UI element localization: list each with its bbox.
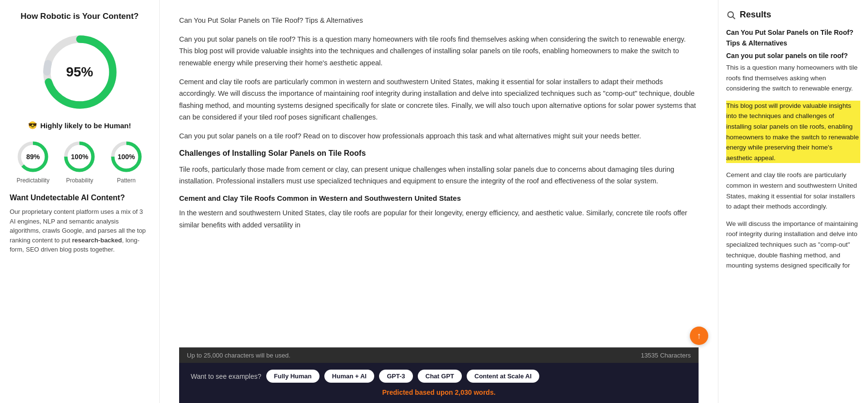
pill-chat-gpt[interactable]: Chat GPT — [418, 370, 462, 383]
predictability-text: 89% — [26, 153, 40, 161]
predicted-words: 2,030 words. — [455, 388, 496, 396]
results-title: Results — [740, 10, 771, 20]
char-bar: Up to 25,000 characters will be used. 13… — [179, 347, 699, 363]
result-heading-1: Can You Put Solar Panels on Tile Roof? — [726, 29, 860, 36]
article-para-3: Can you put solar panels on a tile roof?… — [179, 130, 699, 142]
result-heading-3: Can you put solar panels on tile roof? — [726, 52, 860, 60]
main-donut-chart: 95% — [10, 31, 150, 113]
scroll-up-button[interactable]: ↑ — [690, 327, 708, 345]
article-title: Can You Put Solar Panels on Tile Roof? T… — [179, 16, 363, 24]
result-heading-2: Tips & Alternatives — [726, 39, 860, 47]
pattern-label: Pattern — [117, 177, 136, 184]
pattern-text: 100% — [118, 153, 135, 161]
cta-title: Want Undetectable AI Content? — [10, 194, 150, 202]
svg-point-9 — [728, 12, 733, 17]
article-title-line: Can You Put Solar Panels on Tile Roof? T… — [179, 15, 699, 27]
probability-donut: 100% — [62, 139, 97, 174]
predictability-label: Predictability — [16, 177, 49, 184]
bottom-bar: Want to see examples? Fully Human Human … — [179, 363, 699, 403]
pill-human-ai[interactable]: Human + AI — [324, 370, 374, 383]
search-icon — [726, 10, 736, 20]
result-highlight: This blog post will provide valuable ins… — [726, 101, 860, 164]
right-panel: Results Can You Put Solar Panels on Tile… — [718, 0, 868, 403]
probability-circle-item: 100% Probability — [62, 139, 97, 184]
pill-fully-human[interactable]: Fully Human — [266, 370, 320, 383]
article-para-2: Cement and clay tile roofs are particula… — [179, 76, 699, 124]
word-count-highlight: 2,030 words. — [455, 388, 496, 396]
article-para-1: Can you put solar panels on tile roof? T… — [179, 33, 699, 69]
cta-bold: research-backed — [72, 237, 122, 244]
small-circles-row: 89% Predictability 100% Probability — [10, 139, 150, 184]
pattern-donut: 100% — [109, 139, 144, 174]
content-area: Can You Put Solar Panels on Tile Roof? T… — [179, 15, 699, 347]
section1-para1: Tile roofs, particularly those made from… — [179, 164, 699, 187]
human-emoji: 😎 — [28, 121, 37, 130]
human-label-text: Highly likely to be Human! — [40, 121, 131, 130]
predictability-circle-item: 89% Predictability — [15, 139, 50, 184]
pill-content-at-scale[interactable]: Content at Scale AI — [467, 370, 539, 383]
svg-line-10 — [733, 16, 735, 19]
left-panel: How Robotic is Your Content? 95% 😎 Highl… — [0, 0, 160, 403]
section1-sub: Cement and Clay Tile Roofs Common in Wes… — [179, 194, 699, 202]
probability-label: Probability — [66, 177, 93, 184]
result-text-2: Cement and clay tile roofs are particula… — [726, 170, 860, 211]
examples-row: Want to see examples? Fully Human Human … — [191, 370, 687, 383]
examples-label: Want to see examples? — [191, 373, 261, 380]
predictability-donut: 89% — [15, 139, 50, 174]
predicted-row: Predicted based upon 2,030 words. — [191, 388, 687, 396]
section1-para2: In the western and southwestern United S… — [179, 207, 699, 231]
cta-description: Our proprietary content platform uses a … — [10, 207, 150, 254]
left-panel-title: How Robotic is Your Content? — [10, 12, 150, 21]
char-limit-text: Up to 25,000 characters will be used. — [187, 352, 290, 359]
middle-panel: Can You Put Solar Panels on Tile Roof? T… — [160, 0, 718, 403]
result-text-3: We will discuss the importance of mainta… — [726, 219, 860, 271]
section1-title: Challenges of Installing Solar Panels on… — [179, 149, 699, 158]
human-label: 😎 Highly likely to be Human! — [10, 121, 150, 130]
main-percent-text: 95% — [66, 64, 93, 80]
probability-text: 100% — [71, 153, 89, 161]
results-header: Results — [726, 10, 860, 20]
result-text-1: This is a question many homeowners with … — [726, 62, 860, 94]
pattern-circle-item: 100% Pattern — [109, 139, 144, 184]
pill-gpt3[interactable]: GPT-3 — [379, 370, 413, 383]
predicted-text: Predicted based upon — [382, 388, 455, 396]
char-count-text: 13535 Characters — [641, 352, 691, 359]
